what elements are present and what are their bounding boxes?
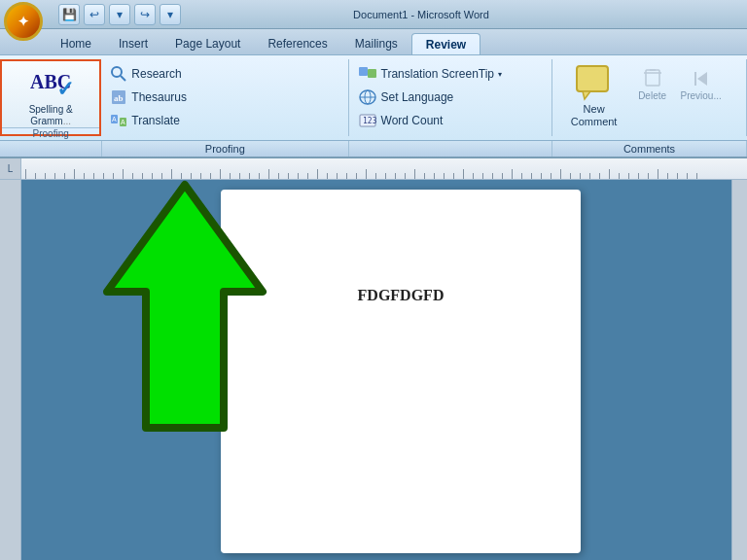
ruler-tick [346,173,347,179]
ruler-tick [45,173,46,179]
ruler-tick [502,173,503,179]
document-page[interactable]: FDGFDGFD [221,190,581,553]
ruler-tick [696,173,697,179]
office-logo: ✦ [18,14,29,29]
ruler-tick [541,173,542,179]
wordcount-label: Word Count [381,114,444,127]
ruler-tick [453,173,454,179]
translate-button[interactable]: A A Translate [107,110,341,131]
ruler-tick [395,173,396,179]
ruler-tick [667,173,668,179]
document-main: FDGFDGFD [21,180,731,560]
ruler-tick [482,173,483,179]
new-comment-button[interactable]: NewComment [560,63,628,129]
ruler-tick [677,173,678,179]
screentip-label: Translation ScreenTip [381,67,495,81]
translation-section-bar [349,141,552,157]
previous-comment-button[interactable]: Previou... [677,63,726,105]
ruler-tick [619,173,620,179]
spelling-grammar-button[interactable]: ABC ✓ Spelling &Gramm... [2,61,99,127]
ruler-tick [375,173,376,179]
ruler-main [21,158,747,179]
svg-marker-20 [697,72,707,86]
tab-references[interactable]: References [254,33,340,54]
svg-rect-9 [368,69,376,78]
proofing-section-label: Proofing [2,127,99,139]
ruler-tick [580,173,581,179]
screentip-button[interactable]: Translation ScreenTip ▾ [355,63,546,85]
proofing-section-bar: Proofing [102,141,349,157]
tab-insert[interactable]: Insert [105,33,161,54]
previous-label: Previou... [680,90,721,101]
ruler-tick [191,173,192,179]
save-button[interactable]: 💾 [58,4,80,25]
translate-label: Translate [131,114,180,127]
tab-home[interactable]: Home [47,33,105,54]
new-comment-label: NewComment [571,103,618,128]
translate-icon: A A [110,112,127,129]
ruler-tick [570,173,571,179]
proofing-inner: Research ab Thesaurus [107,63,341,131]
ruler-tick [560,169,561,179]
ruler-tick [492,173,493,179]
vertical-scrollbar[interactable] [731,180,747,560]
ruler-tick [638,173,639,179]
research-button[interactable]: Research [107,63,341,85]
ruler-tick [327,173,328,179]
ruler-tick [628,173,629,179]
ruler-tick [171,169,172,179]
tab-review[interactable]: Review [411,33,480,54]
ruler-tick [473,173,474,179]
ruler-tick [463,169,464,179]
setlanguage-label: Set Language [381,90,454,104]
screentip-dropdown-arrow: ▾ [498,70,502,79]
thesaurus-button[interactable]: ab Thesaurus [107,87,341,108]
setlanguage-icon [358,88,377,106]
delete-icon [641,67,664,90]
ruler-tick [317,169,318,179]
research-label: Research [131,67,181,81]
svg-text:A: A [112,116,117,122]
translation-inner: Translation ScreenTip ▾ Set Language [355,63,546,131]
tab-pagelayout[interactable]: Page Layout [161,33,254,54]
ruler-tick [93,173,94,179]
svg-text:ab: ab [114,93,124,103]
ruler-tick [278,173,279,179]
svg-point-0 [112,67,122,77]
ruler-tick [25,169,26,179]
document-area: FDGFDGFD [0,180,747,560]
ruler-tick [142,173,143,179]
document-sidebar [0,180,21,560]
spelling-icon: ABC ✓ [27,61,74,102]
ruler-tick [230,173,231,179]
ruler-tick [599,173,600,179]
ruler-tick [658,169,658,179]
svg-text:123: 123 [363,117,377,125]
ruler-tick [268,169,269,179]
ruler-tick [444,173,445,179]
ruler-tick [35,173,36,179]
ruler-tick [220,169,221,179]
ruler-tick [123,169,124,179]
setlanguage-button[interactable]: Set Language [355,87,546,108]
ruler-tick [74,169,75,179]
office-button[interactable]: ✦ [4,2,43,41]
check-icon: ✓ [56,77,74,102]
previous-icon [690,67,713,90]
ruler-tick [551,173,551,179]
proofing-tools-group: Research ab Thesaurus [101,59,348,136]
ruler-tick [385,173,386,179]
section-labels: Proofing Comments [0,140,747,157]
ruler-tick [366,169,367,179]
undo-button[interactable]: ↩ [84,4,105,25]
new-comment-icon [575,64,614,101]
delete-comment-button[interactable]: Delete [628,63,677,105]
tab-mailings[interactable]: Mailings [341,33,411,54]
ruler-tick [64,173,65,179]
ruler-tick [307,173,308,179]
wordcount-button[interactable]: 123 Word Count [355,110,546,131]
title-bar: ✦ 💾 ↩ ▾ ↪ ▾ Document1 - Microsoft Word [0,0,747,29]
research-icon [110,65,127,83]
svg-line-1 [121,76,125,81]
translation-group: Translation ScreenTip ▾ Set Language [349,59,552,136]
